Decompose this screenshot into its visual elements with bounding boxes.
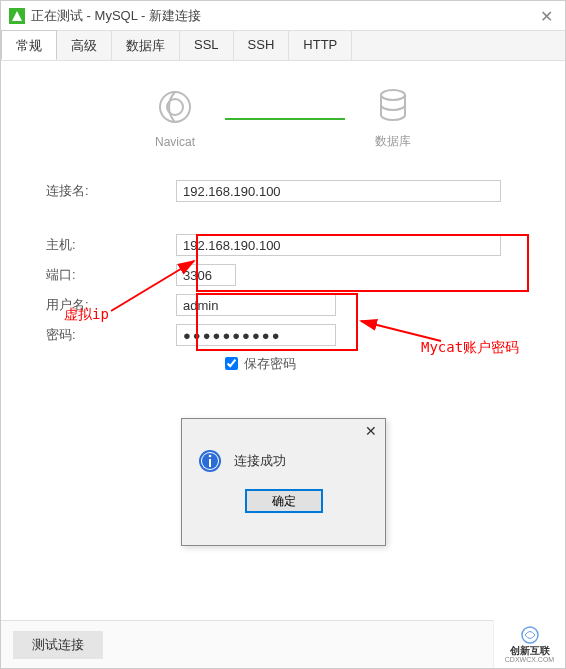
connection-dialog: 正在测试 - MySQL - 新建连接 ✕ 常规 高级 数据库 SSL SSH … [0,0,566,669]
titlebar: 正在测试 - MySQL - 新建连接 ✕ [1,1,565,31]
label-connection-name: 连接名: [21,182,176,200]
label-host: 主机: [21,236,176,254]
tab-bar: 常规 高级 数据库 SSL SSH HTTP [1,31,565,61]
watermark-logo-icon [521,626,539,644]
info-icon [198,449,222,473]
save-password-checkbox[interactable] [225,357,238,370]
content-area: Navicat 数据库 连接名: 主机: 端口: [1,61,565,620]
database-icon [375,87,411,123]
row-host: 主机: [21,234,545,256]
window-title: 正在测试 - MySQL - 新建连接 [31,7,201,25]
app-icon [9,8,25,24]
navicat-icon [157,89,193,125]
host-input[interactable] [176,234,501,256]
tab-ssh[interactable]: SSH [234,31,290,60]
label-username: 用户名: [21,296,176,314]
svg-point-3 [381,90,405,100]
dialog-ok-button[interactable]: 确定 [245,489,323,513]
label-save-password: 保存密码 [244,355,296,373]
svg-rect-9 [209,459,211,467]
bottom-bar: 测试连接 确定 取消 [1,620,565,668]
dialog-close-icon[interactable]: ✕ [365,423,377,439]
password-input[interactable] [176,324,336,346]
label-port: 端口: [21,266,176,284]
port-input[interactable] [176,264,236,286]
diagram-left-label: Navicat [155,135,195,149]
connection-diagram: Navicat 数据库 [21,87,545,150]
tab-ssl[interactable]: SSL [180,31,234,60]
row-save-password: 保存密码 [221,354,545,373]
tab-general[interactable]: 常规 [1,30,57,60]
tab-http[interactable]: HTTP [289,31,352,60]
connection-name-input[interactable] [176,180,501,202]
svg-point-10 [209,455,212,458]
row-connection-name: 连接名: [21,180,545,202]
diagram-right-label: 数据库 [375,133,411,150]
username-input[interactable] [176,294,336,316]
svg-point-1 [160,92,190,122]
row-password: 密码: [21,324,545,346]
message-dialog: ✕ 连接成功 确定 [181,418,386,546]
tab-database[interactable]: 数据库 [112,31,180,60]
diagram-line [225,118,345,120]
row-username: 用户名: [21,294,545,316]
annotation-arrow-host [81,251,221,331]
close-icon[interactable]: ✕ [540,7,553,26]
watermark-line2: CDXWCX.COM [505,656,554,663]
watermark-line1: 创新互联 [510,646,550,656]
row-port: 端口: [21,264,545,286]
test-connection-button[interactable]: 测试连接 [13,631,103,659]
dialog-text: 连接成功 [234,452,286,470]
label-password: 密码: [21,326,176,344]
tab-advanced[interactable]: 高级 [57,31,112,60]
watermark: 创新互联 CDXWCX.COM [493,620,565,668]
